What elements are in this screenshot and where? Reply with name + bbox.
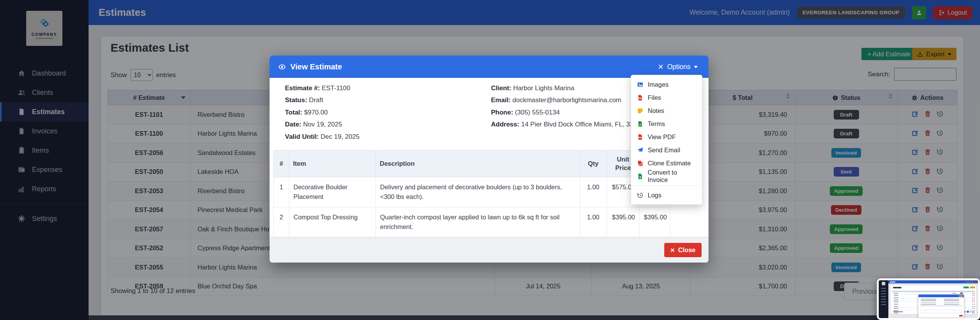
- item-row: 1 Decorative Boulder Placement Delivery …: [274, 177, 670, 207]
- sticky-note-icon: [637, 108, 643, 114]
- preview-screen: [879, 280, 978, 318]
- file-check-icon: [637, 121, 643, 127]
- info-label: Address:: [491, 121, 519, 128]
- pdf-file-icon: [637, 94, 643, 101]
- info-value: $970.00: [304, 109, 328, 116]
- modal-footer: ×Close: [270, 237, 709, 263]
- menu-item-terms[interactable]: Terms: [631, 117, 702, 130]
- info-value: Harbor Lights Marina: [513, 84, 575, 92]
- item-description: Delivery and placement of decorative bou…: [376, 177, 580, 207]
- screen-preview-thumbnail: [877, 278, 980, 320]
- menu-item-notes[interactable]: Notes: [631, 104, 702, 117]
- image-icon: [637, 81, 643, 88]
- options-menu: Images Files Notes Terms View PDF Send E…: [631, 75, 702, 205]
- info-label: Email:: [491, 96, 511, 104]
- items-header-row: # Item Description Qty Unit Price Total: [274, 150, 670, 177]
- col-num: #: [274, 150, 289, 177]
- chevron-down-icon: [694, 66, 698, 68]
- menu-item-send-email[interactable]: Send Email: [631, 143, 702, 157]
- info-value: (305) 555-0134: [515, 109, 560, 116]
- info-value: Dec 19, 2025: [321, 133, 360, 140]
- options-button[interactable]: Options: [655, 62, 700, 71]
- col-description: Description: [376, 150, 580, 177]
- info-label: Valid Until:: [285, 133, 319, 140]
- menu-item-logs[interactable]: Logs: [631, 189, 702, 202]
- item-name: Compost Top Dressing: [289, 207, 376, 237]
- close-icon: ×: [670, 246, 675, 254]
- info-label: Estimate #:: [285, 84, 320, 92]
- item-total: $395.00: [640, 207, 670, 237]
- preview-modal: [918, 295, 964, 318]
- menu-item-clone-estimate[interactable]: Clone Estimate: [631, 157, 702, 170]
- paper-plane-icon: [637, 147, 643, 153]
- menu-item-files[interactable]: Files: [631, 91, 702, 104]
- file-dollar-icon: [637, 173, 643, 180]
- item-qty: 1.00: [580, 207, 607, 237]
- history-icon: [637, 192, 643, 199]
- estimate-info: Estimate #: EST-1100 Status: Draft Total…: [285, 84, 491, 145]
- info-value: EST-1100: [322, 84, 350, 92]
- item-num: 1: [274, 177, 289, 207]
- modal-title: View Estimate: [278, 62, 342, 71]
- eye-icon: [278, 63, 286, 71]
- col-qty: Qty: [580, 150, 607, 177]
- item-unit-price: $395.00: [607, 207, 640, 237]
- menu-item-images[interactable]: Images: [631, 78, 702, 91]
- pdf-file-icon: [637, 134, 643, 140]
- item-num: 2: [274, 207, 289, 237]
- menu-divider: [631, 185, 702, 186]
- estimate-items-table: # Item Description Qty Unit Price Total …: [273, 150, 670, 237]
- info-label: Phone:: [491, 109, 513, 116]
- info-value: Draft: [309, 96, 323, 104]
- item-description: Quarter-inch compost layer applied to la…: [376, 207, 580, 237]
- info-value: Nov 19, 2025: [303, 121, 342, 128]
- app-window: COMPANY Dashboard Clients Estimates Invo…: [0, 0, 980, 320]
- item-row: 2 Compost Top Dressing Quarter-inch comp…: [274, 207, 670, 237]
- copy-icon: [637, 160, 643, 167]
- info-label: Status:: [285, 96, 307, 104]
- menu-item-view-pdf[interactable]: View PDF: [631, 130, 702, 143]
- info-label: Client:: [491, 84, 511, 92]
- item-name: Decorative Boulder Placement: [289, 177, 376, 207]
- info-value: 14 Pier Blvd Dock Office Miami, FL, 3313: [521, 121, 641, 128]
- item-qty: 1.00: [580, 177, 607, 207]
- menu-item-convert-to-invoice[interactable]: Convert to Invoice: [631, 170, 702, 183]
- col-item: Item: [289, 150, 376, 177]
- info-value: dockmaster@harborlightsmarina.com: [513, 96, 622, 104]
- info-label: Date:: [285, 121, 302, 128]
- info-label: Total:: [285, 109, 302, 116]
- tools-icon: [658, 64, 664, 70]
- close-button[interactable]: ×Close: [664, 243, 702, 257]
